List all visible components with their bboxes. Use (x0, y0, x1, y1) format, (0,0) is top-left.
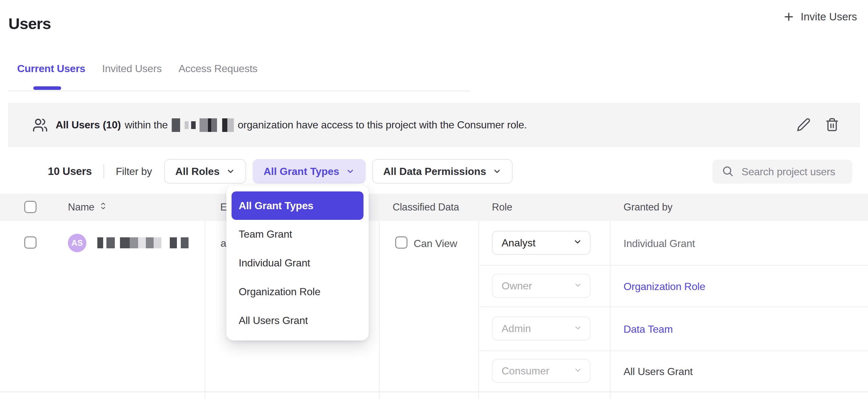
tab-divider (8, 91, 470, 91)
dropdown-option-organization-role[interactable]: Organization Role (226, 277, 369, 306)
chevron-down-icon (493, 167, 502, 176)
name-header-label: Name (68, 202, 94, 213)
roles-filter-label: All Roles (175, 165, 220, 178)
column-header-granted-by: Granted by (623, 202, 672, 213)
data-permissions-filter-label: All Data Permissions (383, 165, 486, 178)
tab-bar: Current Users Invited Users Access Reque… (17, 63, 257, 75)
grant-types-filter-label: All Grant Types (264, 165, 339, 178)
filter-divider (103, 164, 104, 179)
filter-by-label: Filter by (116, 165, 152, 178)
users-page: Users Invite Users Current Users Invited… (0, 0, 868, 399)
column-header-email: E (220, 202, 227, 213)
chevron-down-icon (573, 237, 582, 249)
granted-by-organization-role-link[interactable]: Organization Role (623, 281, 705, 293)
page-title: Users (8, 14, 51, 33)
banner-actions (795, 116, 840, 134)
chevron-down-icon (574, 280, 582, 292)
invite-users-label: Invite Users (801, 11, 857, 23)
dropdown-option-team-grant[interactable]: Team Grant (226, 220, 369, 249)
role-select-value: Analyst (502, 237, 535, 249)
pencil-icon (797, 117, 811, 132)
granted-by-individual-grant: Individual Grant (623, 238, 695, 250)
dropdown-options: Team Grant Individual Grant Organization… (226, 220, 369, 335)
user-count: 10 Users (48, 165, 92, 178)
grant-types-dropdown-menu: All Grant Types Team Grant Individual Gr… (226, 186, 369, 340)
search-input[interactable] (741, 165, 849, 178)
banner-text-before-org: within the (125, 119, 168, 131)
users-group-icon (32, 117, 48, 133)
row-divider (478, 307, 868, 307)
active-tab-indicator (33, 86, 61, 90)
granted-by-data-team-link[interactable]: Data Team (623, 323, 673, 335)
banner-text-after-org: organization have access to this project… (238, 119, 527, 131)
row-divider (478, 265, 868, 266)
select-all-checkbox[interactable] (24, 201, 36, 213)
roles-filter-dropdown[interactable]: All Roles (164, 159, 246, 184)
grant-types-filter-dropdown[interactable]: All Grant Types (253, 159, 366, 184)
delete-grant-button[interactable] (824, 116, 840, 134)
column-divider (205, 221, 205, 399)
column-header-name[interactable]: Name (68, 201, 107, 214)
row-divider (478, 350, 868, 351)
chevron-down-icon (574, 365, 582, 377)
tab-access-requests[interactable]: Access Requests (179, 63, 257, 75)
role-select-admin: Admin (492, 316, 591, 340)
dropdown-option-individual-grant[interactable]: Individual Grant (226, 249, 369, 277)
row-checkbox[interactable] (24, 236, 36, 249)
trash-icon (825, 117, 839, 132)
sort-icon (100, 201, 107, 214)
edit-grant-button[interactable] (795, 116, 812, 134)
banner-text: All Users (10) within the organization h… (56, 118, 527, 132)
row-divider (0, 392, 868, 392)
chevron-down-icon (226, 167, 235, 176)
chevron-down-icon (346, 167, 355, 176)
column-divider (478, 221, 479, 399)
role-select-value: Owner (502, 280, 532, 292)
role-select-consumer: Consumer (492, 359, 591, 383)
redacted-user-name (97, 237, 189, 248)
data-permissions-filter-dropdown[interactable]: All Data Permissions (372, 159, 513, 184)
granted-by-all-users-grant: All Users Grant (623, 366, 693, 378)
column-divider (379, 221, 380, 399)
dropdown-option-all-grant-types[interactable]: All Grant Types (231, 191, 364, 220)
role-select-value: Consumer (502, 365, 550, 377)
avatar: AS (68, 234, 86, 252)
search-icon (721, 165, 741, 179)
column-header-classified-data: Classified Data (393, 202, 459, 213)
all-users-banner: All Users (10) within the organization h… (8, 103, 860, 147)
can-view-checkbox[interactable] (395, 236, 407, 249)
role-select-value: Admin (502, 323, 531, 335)
role-select-owner: Owner (492, 274, 591, 298)
column-divider (610, 221, 611, 399)
can-view-label: Can View (414, 238, 457, 250)
redacted-org-name (172, 118, 234, 132)
invite-users-button[interactable]: Invite Users (781, 10, 859, 23)
table-header: Name E Classified Data Role Granted by (0, 194, 868, 221)
banner-highlight: All Users (10) (56, 119, 121, 131)
column-header-role: Role (492, 202, 512, 213)
dropdown-option-all-users-grant[interactable]: All Users Grant (226, 306, 369, 335)
tab-current-users[interactable]: Current Users (17, 63, 85, 75)
search-box (712, 160, 852, 184)
user-email: a (221, 237, 226, 249)
role-select-analyst[interactable]: Analyst (492, 231, 591, 255)
filter-bar: 10 Users Filter by All Roles All Grant T… (48, 159, 519, 184)
tab-invited-users[interactable]: Invited Users (102, 63, 162, 75)
plus-icon (783, 11, 795, 23)
chevron-down-icon (574, 323, 582, 335)
